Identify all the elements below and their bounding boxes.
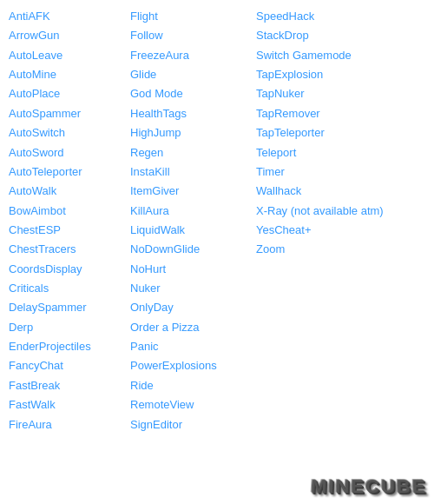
list-item[interactable]: Nuker xyxy=(130,279,256,298)
list-item[interactable]: CoordsDisplay xyxy=(9,260,130,279)
column-1: AntiAFKArrowGunAutoLeaveAutoMineAutoPlac… xyxy=(9,7,130,434)
list-item[interactable]: KillAura xyxy=(130,202,256,221)
list-item[interactable]: AutoPlace xyxy=(9,84,130,103)
list-item[interactable]: TapRemover xyxy=(256,104,404,123)
list-item[interactable]: FreezeAura xyxy=(130,46,256,65)
list-item[interactable]: Panic xyxy=(130,337,256,356)
list-item[interactable]: X-Ray (not available atm) xyxy=(256,202,404,221)
list-item[interactable]: Glide xyxy=(130,65,256,84)
list-item[interactable]: Derp xyxy=(9,318,130,337)
main-content: AntiAFKArrowGunAutoLeaveAutoMineAutoPlac… xyxy=(0,0,434,441)
logo-area: MINECUBE xyxy=(310,474,425,497)
list-item[interactable]: TapNuker xyxy=(256,84,404,103)
list-item[interactable]: FancyChat xyxy=(9,356,130,375)
column-3: SpeedHackStackDropSwitch GamemodeTapExpl… xyxy=(256,7,404,434)
list-item[interactable]: PowerExplosions xyxy=(130,356,256,375)
list-item[interactable]: Criticals xyxy=(9,279,130,298)
list-item[interactable]: Zoom xyxy=(256,240,404,259)
list-item[interactable]: HighJump xyxy=(130,123,256,143)
list-item[interactable]: Flight xyxy=(130,7,256,26)
list-item[interactable]: AutoSwitch xyxy=(9,123,130,143)
list-item[interactable]: FastWalk xyxy=(9,395,130,414)
list-item[interactable]: RemoteView xyxy=(130,395,256,414)
minecube-logo: MINECUBE xyxy=(309,474,426,497)
list-item[interactable]: AntiAFK xyxy=(9,7,130,26)
list-item[interactable]: Regen xyxy=(130,143,256,162)
list-item[interactable]: AutoLeave xyxy=(9,46,130,65)
list-item[interactable]: FastBreak xyxy=(9,376,130,395)
column-2: FlightFollowFreezeAuraGlideGod ModeHealt… xyxy=(130,7,256,434)
list-item[interactable]: NoHurt xyxy=(130,260,256,279)
list-item[interactable]: SignEditor xyxy=(130,415,256,434)
list-item[interactable]: DelaySpammer xyxy=(9,298,130,317)
list-item[interactable]: ChestTracers xyxy=(9,240,130,259)
list-item[interactable]: LiquidWalk xyxy=(130,221,256,240)
list-item[interactable]: Order a Pizza xyxy=(130,318,256,337)
list-item[interactable]: AutoTeleporter xyxy=(9,162,130,182)
list-item[interactable]: ChestESP xyxy=(9,221,130,240)
list-item[interactable]: YesCheat+ xyxy=(256,221,404,240)
list-item[interactable]: Wallhack xyxy=(256,182,404,201)
list-item[interactable]: TapExplosion xyxy=(256,65,404,84)
list-item[interactable]: ArrowGun xyxy=(9,26,130,45)
list-item[interactable]: AutoWalk xyxy=(9,182,130,201)
list-item[interactable]: ItemGiver xyxy=(130,182,256,201)
list-item[interactable]: BowAimbot xyxy=(9,202,130,221)
list-item[interactable]: StackDrop xyxy=(256,26,404,45)
list-item[interactable]: God Mode xyxy=(130,84,256,103)
list-item[interactable]: OnlyDay xyxy=(130,298,256,317)
list-item[interactable]: Teleport xyxy=(256,143,404,162)
list-item[interactable]: FireAura xyxy=(9,415,130,434)
list-item[interactable]: TapTeleporter xyxy=(256,123,404,143)
list-item[interactable]: SpeedHack xyxy=(256,7,404,26)
list-item[interactable]: Timer xyxy=(256,162,404,182)
list-item[interactable]: InstaKill xyxy=(130,162,256,182)
list-item[interactable]: Follow xyxy=(130,26,256,45)
list-item[interactable]: AutoMine xyxy=(9,65,130,84)
list-item[interactable]: Switch Gamemode xyxy=(256,46,404,65)
list-item[interactable]: HealthTags xyxy=(130,104,256,123)
list-item[interactable]: Ride xyxy=(130,376,256,395)
list-item[interactable]: EnderProjectiles xyxy=(9,337,130,356)
list-item[interactable]: NoDownGlide xyxy=(130,240,256,259)
list-item[interactable]: AutoSword xyxy=(9,143,130,162)
list-item[interactable]: AutoSpammer xyxy=(9,104,130,123)
